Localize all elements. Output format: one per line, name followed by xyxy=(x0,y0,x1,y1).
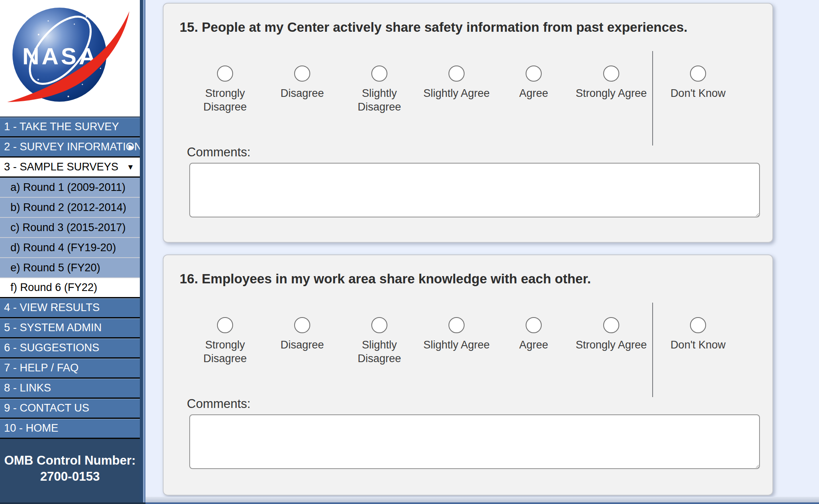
sidebar-bottom-line xyxy=(0,502,145,504)
submenu-down-arrow-icon: ▼ xyxy=(127,158,134,176)
omb-line2: 2700-0153 xyxy=(0,469,140,485)
omb-control-number: OMB Control Number: 2700-0153 xyxy=(0,439,140,504)
nasa-logo-image: NASA xyxy=(0,0,140,117)
q16-radio-strongly-agree[interactable] xyxy=(603,317,619,333)
q15-radio-slightly-disagree[interactable] xyxy=(371,66,387,82)
q16-label-dont-know: Don't Know xyxy=(661,338,735,352)
omb-line1: OMB Control Number: xyxy=(0,453,140,469)
q15-option-disagree: Disagree xyxy=(265,66,339,100)
q15-label-dont-know: Don't Know xyxy=(661,86,735,100)
question-16-panel: 16. Employees in my work area share know… xyxy=(163,254,773,496)
sidebar-item-round-2[interactable]: b) Round 2 (2012-2014) xyxy=(0,198,140,218)
q15-dont-know-divider xyxy=(652,51,653,145)
q15-option-strongly-agree: Strongly Agree xyxy=(574,66,648,100)
q15-option-slightly-disagree: Slightly Disagree xyxy=(342,66,416,114)
q16-option-slightly-agree: Slightly Agree xyxy=(420,317,493,352)
q16-comments-textarea[interactable] xyxy=(189,414,760,469)
q15-label-agree: Agree xyxy=(497,86,571,100)
sidebar-menu: 1 - TAKE THE SURVEY 2 - SURVEY INFORMATI… xyxy=(0,117,140,439)
bottom-strip xyxy=(145,497,819,502)
q16-option-strongly-agree: Strongly Agree xyxy=(574,317,648,352)
q15-comments-textarea[interactable] xyxy=(189,163,760,217)
q15-label-disagree: Disagree xyxy=(265,86,339,100)
q16-radio-dont-know[interactable] xyxy=(690,317,706,333)
sidebar-item-sample-surveys[interactable]: 3 - SAMPLE SURVEYS▼ xyxy=(0,158,140,178)
q16-radio-agree[interactable] xyxy=(526,317,542,333)
q16-radio-disagree[interactable] xyxy=(294,317,310,333)
bottom-line xyxy=(145,502,819,504)
q16-option-disagree: Disagree xyxy=(265,317,339,352)
q16-label-strongly-agree: Strongly Agree xyxy=(574,338,648,352)
sidebar-item-suggestions[interactable]: 6 - SUGGESTIONS xyxy=(0,338,140,359)
q16-option-slightly-disagree: Slightly Disagree xyxy=(342,317,416,365)
q16-label-strongly-disagree: Strongly Disagree xyxy=(188,338,262,365)
question-16-title: 16. Employees in my work area share know… xyxy=(180,271,591,287)
sidebar-item-round-3[interactable]: c) Round 3 (2015-2017) xyxy=(0,218,140,238)
question-15-panel: 15. People at my Center actively share s… xyxy=(163,3,773,243)
q15-option-slightly-agree: Slightly Agree xyxy=(420,66,493,100)
sidebar-right-border xyxy=(140,0,145,504)
sidebar-item-home[interactable]: 10 - HOME xyxy=(0,419,140,439)
q15-radio-strongly-disagree[interactable] xyxy=(217,66,233,82)
q15-option-dont-know: Don't Know xyxy=(661,66,735,100)
sidebar-item-round-1[interactable]: a) Round 1 (2009-2011) xyxy=(0,178,140,198)
q15-radio-agree[interactable] xyxy=(526,66,542,82)
sidebar-item-take-the-survey[interactable]: 1 - TAKE THE SURVEY xyxy=(0,117,140,137)
sidebar-item-round-6[interactable]: f) Round 6 (FY22) xyxy=(0,278,140,298)
q16-option-agree: Agree xyxy=(497,317,571,352)
sidebar-item-system-admin[interactable]: 5 - SYSTEM ADMIN xyxy=(0,318,140,338)
sidebar-item-survey-information[interactable]: 2 - SURVEY INFORMATION▶ xyxy=(0,137,140,158)
q15-label-slightly-agree: Slightly Agree xyxy=(420,86,493,100)
q16-label-agree: Agree xyxy=(497,338,571,352)
nasa-logo[interactable]: NASA xyxy=(0,0,140,117)
q15-radio-strongly-agree[interactable] xyxy=(603,66,619,82)
sidebar-item-contact-us[interactable]: 9 - CONTACT US xyxy=(0,399,140,419)
sidebar-item-view-results[interactable]: 4 - VIEW RESULTS xyxy=(0,298,140,318)
q16-radio-slightly-disagree[interactable] xyxy=(371,317,387,333)
sidebar-item-help-faq[interactable]: 7 - HELP / FAQ xyxy=(0,359,140,379)
q16-option-strongly-disagree: Strongly Disagree xyxy=(188,317,262,365)
q15-label-strongly-agree: Strongly Agree xyxy=(574,86,648,100)
sidebar-item-round-4[interactable]: d) Round 4 (FY19-20) xyxy=(0,238,140,258)
question-15-title: 15. People at my Center actively share s… xyxy=(180,20,688,35)
q15-label-slightly-disagree: Slightly Disagree xyxy=(342,86,416,114)
q16-radio-strongly-disagree[interactable] xyxy=(217,317,233,333)
sidebar: NASA 1 - TAKE THE SURVEY 2 - SURVEY INFO… xyxy=(0,0,145,504)
submenu-right-arrow-icon: ▶ xyxy=(128,137,134,156)
q15-radio-slightly-agree[interactable] xyxy=(448,66,465,82)
q16-radio-slightly-agree[interactable] xyxy=(448,317,465,333)
q16-label-slightly-agree: Slightly Agree xyxy=(420,338,493,352)
q16-dont-know-divider xyxy=(652,303,653,397)
q15-label-strongly-disagree: Strongly Disagree xyxy=(188,86,262,114)
sidebar-item-round-5[interactable]: e) Round 5 (FY20) xyxy=(0,258,140,278)
q15-option-strongly-disagree: Strongly Disagree xyxy=(188,66,262,114)
q15-radio-dont-know[interactable] xyxy=(690,66,706,82)
q16-label-disagree: Disagree xyxy=(265,338,339,352)
q16-option-dont-know: Don't Know xyxy=(661,317,735,352)
sidebar-item-links[interactable]: 8 - LINKS xyxy=(0,379,140,399)
q16-comments-label: Comments: xyxy=(187,397,250,411)
q15-radio-disagree[interactable] xyxy=(294,66,310,82)
q15-option-agree: Agree xyxy=(497,66,571,100)
q16-label-slightly-disagree: Slightly Disagree xyxy=(342,338,416,365)
q15-comments-label: Comments: xyxy=(187,145,250,160)
